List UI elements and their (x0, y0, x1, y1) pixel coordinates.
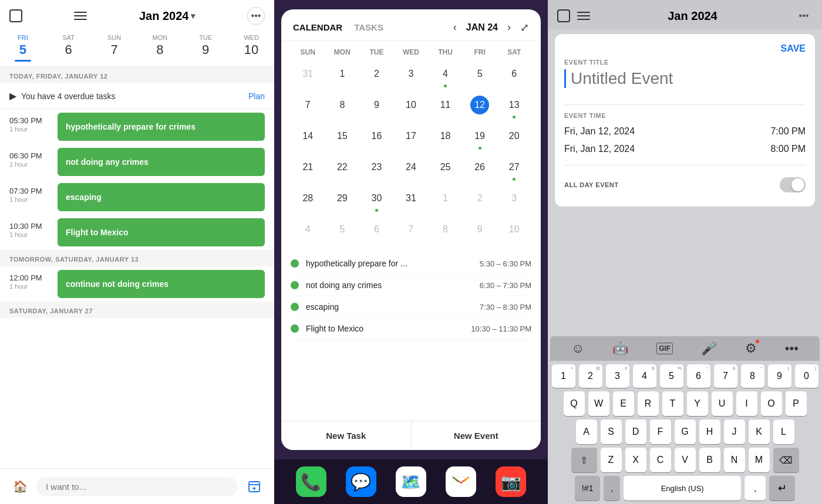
tab-tasks[interactable]: TASKS (354, 22, 383, 32)
key-6[interactable]: 6^ (687, 364, 710, 388)
hamburger-menu[interactable] (74, 12, 87, 20)
cal-day[interactable]: 8 (325, 92, 360, 122)
cal-day[interactable]: 6 (359, 217, 394, 242)
event-bar-crimes-prep[interactable]: hypothetically prepare for crimes (58, 113, 265, 141)
dock-camera[interactable]: 📷 (496, 466, 526, 497)
event-bar-continue[interactable]: continue not doing crimes (58, 270, 265, 298)
cal-day[interactable]: 24 (394, 154, 429, 184)
key-special[interactable]: !#1 (575, 476, 600, 500)
key-5[interactable]: 5% (660, 364, 683, 388)
cal-day[interactable]: 26 (463, 154, 497, 184)
right-square-icon[interactable] (557, 9, 570, 22)
key-shift[interactable]: ⇧ (571, 448, 597, 472)
event-row[interactable]: 06:30 PM 1 hour not doing any crimes (0, 144, 274, 180)
emoji-button[interactable]: ☺ (571, 341, 584, 356)
dock-gmail[interactable] (446, 466, 476, 497)
cal-day[interactable]: 2 (359, 61, 394, 91)
cal-day[interactable]: 6 (497, 61, 531, 91)
square-icon[interactable] (9, 9, 22, 22)
tab-calendar[interactable]: CALENDAR (293, 22, 342, 32)
right-hamburger[interactable] (577, 12, 590, 20)
save-button[interactable]: SAVE (564, 43, 806, 54)
key-t[interactable]: T (662, 391, 683, 416)
day-tue[interactable]: TUE 9 (183, 32, 228, 66)
key-j[interactable]: J (724, 420, 745, 444)
cal-day[interactable]: 7 (394, 217, 429, 242)
event-bar-no-crimes[interactable]: not doing any crimes (58, 148, 265, 176)
key-k[interactable]: K (749, 420, 770, 444)
key-w[interactable]: W (588, 391, 609, 416)
left-title[interactable]: Jan 2024 ▾ (139, 9, 196, 23)
cal-day[interactable]: 21 (291, 154, 325, 184)
key-h[interactable]: H (699, 420, 720, 444)
cal-day[interactable]: 13 (497, 92, 531, 122)
day-wed[interactable]: WED 10 (228, 32, 274, 66)
key-n[interactable]: N (724, 448, 745, 472)
cal-day[interactable]: 16 (359, 123, 394, 153)
expand-button[interactable]: ⤢ (520, 21, 529, 34)
gif-button[interactable]: GIF (656, 343, 673, 354)
right-more-button[interactable]: ••• (795, 7, 813, 25)
event-bar-escaping[interactable]: escaping (58, 183, 265, 211)
cal-day[interactable]: 17 (394, 123, 429, 153)
cal-day[interactable]: 3 (497, 185, 531, 215)
cal-day[interactable]: 19 (463, 123, 497, 153)
key-v[interactable]: V (675, 448, 696, 472)
cal-day[interactable]: 23 (359, 154, 394, 184)
cal-day[interactable]: 10 (497, 217, 531, 242)
cal-day[interactable]: 5 (325, 217, 360, 242)
cal-day[interactable]: 31 (291, 61, 325, 91)
overdue-banner[interactable]: ▶ You have 4 overdue tasks Plan (0, 83, 274, 109)
event-row[interactable]: 05:30 PM 1 hour hypothetically prepare f… (0, 109, 274, 144)
key-l[interactable]: L (773, 420, 794, 444)
key-q[interactable]: Q (564, 391, 585, 416)
cal-day[interactable]: 8 (428, 217, 463, 242)
more-button[interactable]: ••• (247, 7, 265, 25)
end-time[interactable]: 8:00 PM (770, 144, 806, 154)
key-return[interactable]: ↵ (769, 476, 795, 500)
cal-day[interactable]: 29 (325, 185, 360, 215)
key-a[interactable]: A (576, 420, 597, 444)
key-u[interactable]: U (712, 391, 733, 416)
cal-day[interactable]: 18 (428, 123, 463, 153)
cal-day[interactable]: 4 (291, 217, 325, 242)
cal-day[interactable]: 15 (325, 123, 360, 153)
key-7[interactable]: 7& (714, 364, 737, 388)
cal-day[interactable]: 30 (359, 185, 394, 215)
key-c[interactable]: C (650, 448, 671, 472)
search-input[interactable] (36, 477, 238, 496)
key-z[interactable]: Z (601, 448, 622, 472)
key-4[interactable]: 4$ (633, 364, 656, 388)
cal-day[interactable]: 4 (428, 61, 463, 91)
next-month-button[interactable]: › (504, 19, 514, 36)
day-mon[interactable]: MON 8 (137, 32, 183, 66)
key-o[interactable]: O (761, 391, 782, 416)
day-sun[interactable]: SUN 7 (92, 32, 137, 66)
start-date[interactable]: Fri, Jan 12, 2024 (564, 126, 635, 137)
day-fri[interactable]: FRI 5 (0, 32, 46, 66)
center-event-item[interactable]: hypothetically prepare for ... 5:30 – 6:… (291, 253, 531, 275)
event-bar-flight[interactable]: Flight to Mexico (58, 218, 265, 246)
cal-day-today[interactable]: 12 (463, 92, 497, 122)
key-d[interactable]: D (625, 420, 646, 444)
cal-day[interactable]: 14 (291, 123, 325, 153)
cal-day[interactable]: 27 (497, 154, 531, 184)
event-row[interactable]: 12:00 PM 1 hour continue not doing crime… (0, 266, 274, 302)
center-event-item[interactable]: Flight to Mexico 10:30 – 11:30 PM (291, 318, 531, 340)
event-row[interactable]: 10:30 PM 1 hour Flight to Mexico (0, 215, 274, 250)
dock-maps[interactable]: 🗺️ (396, 466, 426, 497)
prev-month-button[interactable]: ‹ (450, 19, 460, 36)
key-delete[interactable]: ⌫ (773, 448, 799, 472)
cal-day[interactable]: 1 (325, 61, 360, 91)
key-period[interactable]: . (744, 476, 766, 500)
cal-day[interactable]: 7 (291, 92, 325, 122)
event-row[interactable]: 07:30 PM 1 hour escaping (0, 180, 274, 215)
cal-day[interactable]: 3 (394, 61, 429, 91)
key-2[interactable]: 2@ (579, 364, 602, 388)
key-m[interactable]: M (749, 448, 770, 472)
day-sat[interactable]: SAT 6 (46, 32, 92, 66)
home-button[interactable]: 🏠 (9, 476, 31, 497)
event-title-input[interactable] (564, 69, 806, 88)
settings-button[interactable]: ⚙ (745, 341, 757, 356)
key-e[interactable]: E (613, 391, 634, 416)
